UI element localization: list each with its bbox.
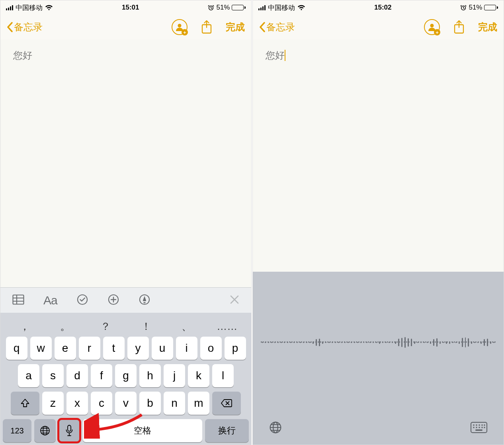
candidate[interactable]: 。 xyxy=(45,320,86,333)
key-s[interactable]: s xyxy=(42,364,64,387)
globe-button[interactable] xyxy=(269,421,282,436)
svg-point-22 xyxy=(476,427,477,428)
add-person-button[interactable]: + xyxy=(424,19,440,35)
key-f[interactable]: f xyxy=(91,364,112,387)
candidate[interactable]: ， xyxy=(4,320,45,333)
status-time: 15:01 xyxy=(122,4,139,12)
key-p[interactable]: p xyxy=(225,337,246,360)
signal-icon xyxy=(258,5,266,10)
return-key[interactable]: 换行 xyxy=(205,419,249,442)
shift-key[interactable] xyxy=(11,392,39,415)
table-icon[interactable] xyxy=(12,294,24,306)
status-bar: 中国移动 15:01 51% xyxy=(0,0,251,15)
candidate[interactable]: …… xyxy=(207,320,247,333)
share-button[interactable] xyxy=(199,19,214,35)
svg-point-24 xyxy=(481,427,483,428)
checklist-icon[interactable] xyxy=(76,294,88,307)
share-button[interactable] xyxy=(452,19,466,35)
key-row-3: z x c v b n m xyxy=(3,392,249,415)
space-key[interactable]: 空格 xyxy=(83,419,202,442)
key-a[interactable]: a xyxy=(18,364,39,387)
globe-icon xyxy=(269,421,282,434)
nav-bar: 备忘录 + 完成 xyxy=(0,15,251,39)
dictation-waveform xyxy=(253,272,504,412)
svg-rect-3 xyxy=(13,295,24,304)
keyboard-button[interactable] xyxy=(470,421,488,435)
back-button[interactable]: 备忘录 xyxy=(7,21,43,33)
dictation-bottom-bar xyxy=(253,412,504,445)
candidate-row: ， 。 ？ ！ 、 …… xyxy=(3,316,249,337)
svg-point-19 xyxy=(481,424,483,425)
svg-point-18 xyxy=(479,424,480,425)
note-editor[interactable]: 您好 xyxy=(0,39,251,287)
key-w[interactable]: w xyxy=(30,337,52,360)
key-row-1: q w e r t y u i o p xyxy=(3,337,249,360)
add-attachment-icon[interactable] xyxy=(107,294,119,307)
close-toolbar-icon[interactable] xyxy=(230,295,239,306)
candidate[interactable]: ！ xyxy=(126,320,166,333)
back-button[interactable]: 备忘录 xyxy=(259,21,295,33)
key-t[interactable]: t xyxy=(103,337,125,360)
key-m[interactable]: m xyxy=(188,392,209,415)
add-person-button[interactable]: + xyxy=(172,19,188,35)
candidate[interactable]: ？ xyxy=(85,320,126,333)
share-icon xyxy=(201,20,212,34)
key-q[interactable]: q xyxy=(6,337,27,360)
key-z[interactable]: z xyxy=(42,392,64,415)
svg-point-20 xyxy=(484,424,485,425)
svg-rect-9 xyxy=(68,425,71,431)
carrier-label: 中国移动 xyxy=(268,3,295,12)
battery-icon xyxy=(232,5,246,10)
key-e[interactable]: e xyxy=(55,337,76,360)
globe-icon xyxy=(39,425,51,436)
key-g[interactable]: g xyxy=(115,364,137,387)
key-n[interactable]: n xyxy=(164,392,185,415)
key-r[interactable]: r xyxy=(79,337,100,360)
back-label: 备忘录 xyxy=(266,21,295,33)
key-y[interactable]: y xyxy=(127,337,149,360)
svg-point-1 xyxy=(178,24,182,27)
carrier-label: 中国移动 xyxy=(16,3,43,12)
svg-point-17 xyxy=(476,424,477,425)
key-l[interactable]: l xyxy=(212,364,234,387)
text-format-button[interactable]: Aa xyxy=(43,294,57,307)
key-j[interactable]: j xyxy=(164,364,185,387)
status-bar: 中国移动 15:02 51% xyxy=(253,0,504,15)
format-toolbar: Aa xyxy=(0,287,251,313)
waveform-bars xyxy=(261,333,496,353)
keyboard: ， 。 ？ ！ 、 …… q w e r t y u i o p a s d f… xyxy=(0,313,251,445)
phone-right: 中国移动 15:02 51% 备忘录 + xyxy=(252,0,504,445)
key-o[interactable]: o xyxy=(200,337,222,360)
key-c[interactable]: c xyxy=(91,392,112,415)
note-text: 您好 xyxy=(266,49,285,62)
plus-badge-icon: + xyxy=(182,29,188,35)
status-left: 中国移动 xyxy=(258,3,305,12)
battery-icon xyxy=(484,5,498,10)
plus-badge-icon: + xyxy=(434,29,440,35)
key-x[interactable]: x xyxy=(66,392,88,415)
key-row-2: a s d f g h j k l xyxy=(3,364,249,387)
delete-icon xyxy=(221,399,232,408)
key-b[interactable]: b xyxy=(139,392,161,415)
battery-pct: 51% xyxy=(469,4,482,12)
key-i[interactable]: i xyxy=(176,337,197,360)
keyboard-icon xyxy=(470,421,488,433)
key-h[interactable]: h xyxy=(139,364,161,387)
alarm-icon xyxy=(208,4,214,11)
dictation-key[interactable] xyxy=(59,419,80,442)
note-editor[interactable]: 您好 xyxy=(253,39,504,272)
key-v[interactable]: v xyxy=(115,392,137,415)
delete-key[interactable] xyxy=(212,392,241,415)
candidate[interactable]: 、 xyxy=(166,320,207,333)
markup-icon[interactable] xyxy=(139,294,150,307)
numbers-key[interactable]: 123 xyxy=(3,419,31,442)
signal-icon xyxy=(6,5,13,10)
note-text: 您好 xyxy=(13,49,32,62)
globe-key[interactable] xyxy=(34,419,56,442)
nav-bar: 备忘录 + 完成 xyxy=(253,15,504,39)
key-k[interactable]: k xyxy=(188,364,209,387)
key-u[interactable]: u xyxy=(152,337,173,360)
done-button[interactable]: 完成 xyxy=(478,21,497,33)
key-d[interactable]: d xyxy=(66,364,88,387)
done-button[interactable]: 完成 xyxy=(226,21,245,33)
